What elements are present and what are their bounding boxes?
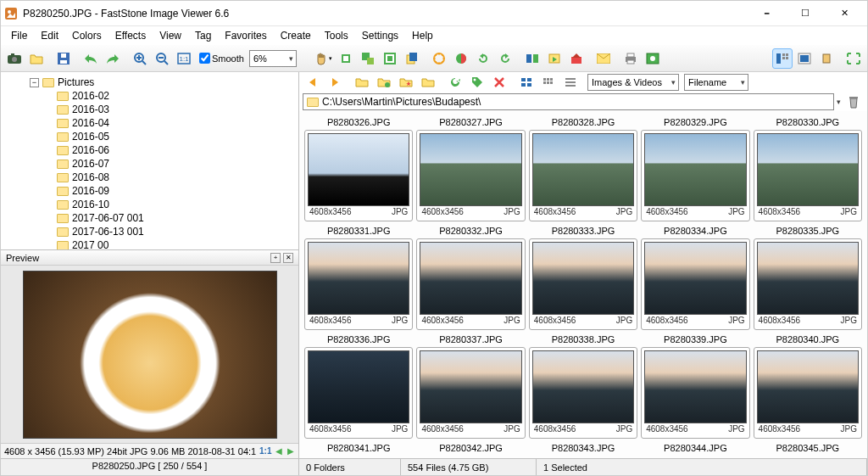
nav-back-icon[interactable] (303, 72, 323, 92)
thumb-card[interactable]: 4608x3456JPG (304, 130, 413, 221)
tree-node[interactable]: 2016-07 (1, 157, 298, 171)
print-icon[interactable] (620, 48, 641, 69)
thumb-filename: P8280337.JPG (416, 334, 525, 344)
sort-dropdown[interactable]: Filename (684, 74, 748, 91)
menu-create[interactable]: Create (274, 28, 318, 43)
smooth-checkbox[interactable]: Smooth (199, 53, 244, 64)
email-icon[interactable] (593, 48, 614, 69)
next-icon[interactable]: ▶ (287, 446, 295, 456)
thumb-card[interactable]: 4608x3456JPG (754, 238, 862, 330)
thumb-card[interactable]: 4608x3456JPG (416, 347, 525, 439)
close-button[interactable] (825, 1, 864, 26)
maximize-button[interactable] (786, 1, 825, 26)
thumb-card[interactable]: 4608x3456JPG (304, 347, 413, 439)
menu-edit[interactable]: Edit (34, 28, 65, 43)
thumb-card[interactable]: 4608x3456JPG (641, 130, 749, 221)
minimize-button[interactable] (747, 1, 786, 26)
view-single-icon[interactable] (816, 48, 837, 69)
prev-icon[interactable]: ◀ (275, 446, 283, 456)
zoom-in-icon[interactable] (130, 48, 150, 69)
save-icon[interactable] (53, 48, 74, 69)
tree-node[interactable]: 2016-08 (1, 171, 298, 184)
preview-plus-icon[interactable]: + (270, 253, 281, 263)
thumb-card[interactable]: 4608x3456JPG (416, 130, 525, 221)
view-thumbnails-icon[interactable] (772, 48, 793, 69)
hand-icon[interactable]: ▾ (314, 48, 334, 69)
fullscreen-icon[interactable] (843, 48, 864, 69)
acquire-icon[interactable] (4, 48, 25, 69)
folder-explore-icon[interactable] (352, 72, 372, 92)
folder-new-icon[interactable] (374, 72, 394, 92)
view-large-icon[interactable] (516, 72, 537, 92)
rotate-left-icon[interactable] (473, 48, 493, 69)
tree-node[interactable]: 2016-06 (1, 143, 298, 157)
view-browser-icon[interactable] (794, 48, 815, 69)
menu-tag[interactable]: Tag (188, 28, 218, 43)
menu-settings[interactable]: Settings (355, 28, 405, 43)
tree-node[interactable]: 2017-06-13 001 (1, 225, 298, 238)
slideshow-icon[interactable] (544, 48, 565, 69)
menu-file[interactable]: File (4, 28, 34, 43)
thumb-card[interactable]: 4608x3456JPG (641, 238, 749, 330)
delete-icon[interactable] (489, 72, 509, 92)
menu-help[interactable]: Help (405, 28, 440, 43)
menu-view[interactable]: View (153, 28, 188, 43)
tree-node[interactable]: 2016-10 (1, 198, 298, 211)
thumb-card[interactable]: 4608x3456JPG (754, 130, 862, 221)
color-icon[interactable] (451, 48, 471, 69)
tree-node-pictures[interactable]: − Pictures (1, 76, 298, 89)
tree-node[interactable]: 2016-04 (1, 116, 298, 130)
tree-node[interactable]: 2016-03 (1, 103, 298, 116)
crop-icon[interactable] (336, 48, 356, 69)
folder-tree[interactable]: − Pictures 2016-022016-032016-042016-052… (1, 72, 298, 250)
redo-icon[interactable] (103, 48, 123, 69)
builder-icon[interactable] (566, 48, 587, 69)
menu-effects[interactable]: Effects (108, 28, 153, 43)
view-filter-dropdown[interactable]: Images & Videos (587, 74, 679, 91)
tree-node[interactable]: 2017 00 (1, 238, 298, 250)
path-input[interactable]: C:\Users\Martin\Pictures\Budapest\ (303, 93, 834, 110)
refresh-icon[interactable] (445, 72, 465, 92)
wallpaper-icon[interactable] (643, 48, 663, 69)
thumb-card[interactable]: 4608x3456JPG (754, 347, 862, 439)
tree-label: 2016-02 (72, 90, 109, 102)
tree-node[interactable]: 2016-09 (1, 184, 298, 198)
nav-forward-icon[interactable] (325, 72, 345, 92)
folder-fav-icon[interactable] (396, 72, 416, 92)
tag-icon[interactable] (467, 72, 487, 92)
view-list-icon[interactable] (560, 72, 581, 92)
path-dropdown-icon[interactable]: ▾ (837, 98, 841, 106)
thumb-card[interactable]: 4608x3456JPG (304, 238, 413, 330)
thumb-card[interactable]: 4608x3456JPG (641, 347, 749, 439)
zoom-out-icon[interactable] (152, 48, 172, 69)
svg-rect-55 (849, 97, 858, 98)
open-icon[interactable] (26, 48, 47, 69)
actual-size-icon[interactable]: 1:1 (174, 48, 194, 69)
folder-open-icon[interactable] (418, 72, 438, 92)
tree-node[interactable]: 2017-06-07 001 (1, 211, 298, 225)
menu-favorites[interactable]: Favorites (218, 28, 273, 43)
compare-icon[interactable] (522, 48, 542, 69)
resize-icon[interactable] (358, 48, 378, 69)
tree-node[interactable]: 2016-05 (1, 130, 298, 143)
zoom-dropdown[interactable]: 6% (249, 50, 297, 67)
rotate-right-icon[interactable] (495, 48, 515, 69)
ratio-1-1-icon[interactable]: 1:1 (259, 446, 271, 456)
thumb-card[interactable]: 4608x3456JPG (529, 238, 637, 330)
clone-icon[interactable] (402, 48, 422, 69)
thumb-filename: P8280328.JPG (529, 117, 637, 127)
thumb-card[interactable]: 4608x3456JPG (529, 130, 637, 221)
adjust-icon[interactable] (429, 48, 449, 69)
preview-pane[interactable] (1, 266, 298, 443)
thumbnail-grid[interactable]: P8280326.JPGP8280327.JPGP8280328.JPGP828… (299, 111, 867, 458)
canvas-icon[interactable] (380, 48, 400, 69)
recycle-icon[interactable] (843, 92, 864, 112)
preview-close-icon[interactable]: ✕ (283, 253, 293, 263)
menu-colors[interactable]: Colors (65, 28, 108, 43)
undo-icon[interactable] (81, 48, 101, 69)
view-small-icon[interactable] (538, 72, 559, 92)
thumb-card[interactable]: 4608x3456JPG (529, 347, 637, 439)
menu-tools[interactable]: Tools (318, 28, 355, 43)
tree-node[interactable]: 2016-02 (1, 89, 298, 103)
thumb-card[interactable]: 4608x3456JPG (416, 238, 525, 330)
